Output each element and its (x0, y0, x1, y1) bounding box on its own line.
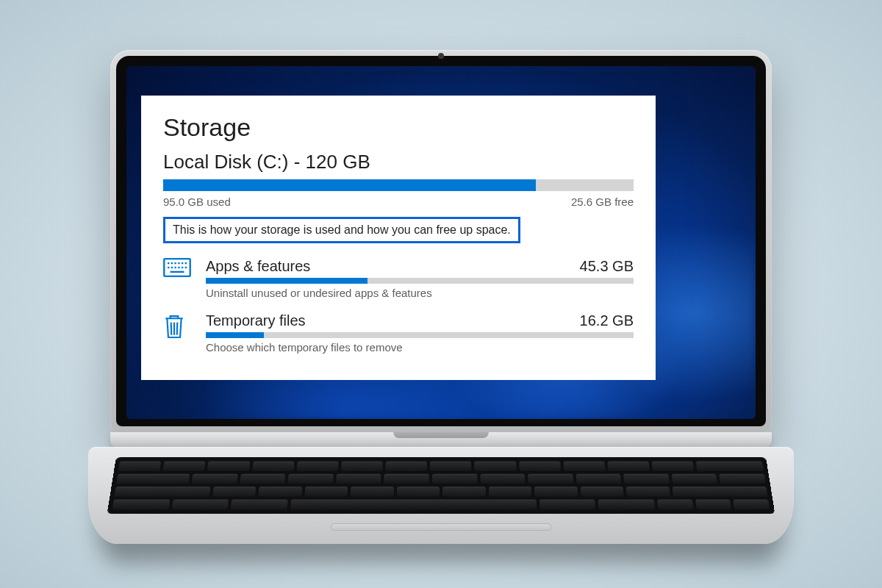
category-usage-fill (206, 332, 264, 338)
laptop-bezel: Storage Local Disk (C:) - 120 GB 95.0 GB… (116, 56, 766, 426)
keyboard-icon (163, 258, 191, 277)
category-name: Apps & features (206, 258, 568, 275)
svg-line-14 (171, 323, 172, 335)
category-usage-bar (206, 332, 634, 338)
category-hint: Choose which temporary files to remove (206, 341, 634, 354)
storage-description: This is how your storage is used and how… (173, 223, 511, 236)
category-usage-bar (206, 278, 634, 284)
storage-free-label: 25.6 GB free (571, 196, 634, 208)
category-usage-fill (206, 278, 368, 284)
laptop-deck (88, 447, 794, 544)
laptop-mockup: Storage Local Disk (C:) - 120 GB 95.0 GB… (110, 50, 772, 544)
storage-panel: Storage Local Disk (C:) - 120 GB 95.0 GB… (141, 96, 656, 380)
laptop-screen: Storage Local Disk (C:) - 120 GB 95.0 GB… (126, 66, 756, 419)
page-title: Storage (163, 113, 634, 142)
webcam (438, 53, 444, 59)
storage-usage-fill (163, 179, 536, 191)
storage-usage-legend: 95.0 GB used 25.6 GB free (163, 196, 634, 208)
laptop-lid: Storage Local Disk (C:) - 120 GB 95.0 GB… (110, 50, 772, 432)
laptop-hinge (110, 432, 772, 447)
trash-icon (163, 312, 194, 343)
storage-description-highlight: This is how your storage is used and how… (163, 217, 520, 243)
disk-label: Local Disk (C:) - 120 GB (163, 151, 634, 173)
storage-usage-bar (163, 179, 634, 191)
laptop-keyboard (107, 457, 775, 514)
laptop-trackpad (331, 523, 551, 531)
storage-category-list: Apps & features45.3 GBUninstall unused o… (163, 258, 634, 354)
keyboard-icon (163, 258, 194, 280)
storage-category[interactable]: Temporary files16.2 GBChoose which tempo… (163, 312, 634, 354)
trash-icon (163, 312, 185, 340)
category-size: 45.3 GB (580, 258, 634, 275)
svg-line-16 (177, 323, 178, 335)
storage-category[interactable]: Apps & features45.3 GBUninstall unused o… (163, 258, 634, 299)
category-hint: Uninstall unused or undesired apps & fea… (206, 287, 634, 299)
storage-used-label: 95.0 GB used (163, 196, 231, 208)
category-size: 16.2 GB (580, 312, 634, 329)
category-name: Temporary files (206, 312, 568, 329)
